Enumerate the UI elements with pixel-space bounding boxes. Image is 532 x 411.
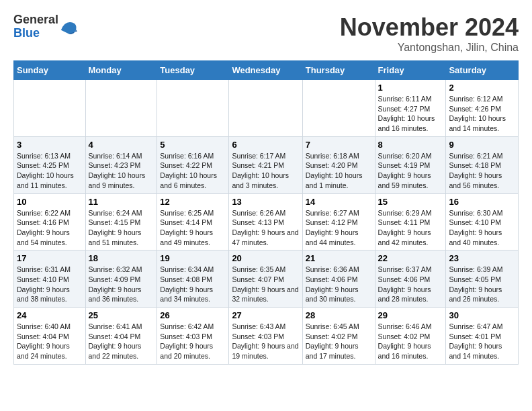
calendar-body: 1Sunrise: 6:11 AM Sunset: 4:27 PM Daylig… <box>14 80 519 365</box>
weekday-header-friday: Friday <box>375 61 446 80</box>
calendar-cell: 13Sunrise: 6:26 AM Sunset: 4:13 PM Dayli… <box>229 193 302 250</box>
calendar-cell: 3Sunrise: 6:13 AM Sunset: 4:25 PM Daylig… <box>14 136 86 193</box>
calendar-cell: 21Sunrise: 6:36 AM Sunset: 4:06 PM Dayli… <box>302 250 375 308</box>
day-number: 28 <box>306 310 372 320</box>
day-info: Sunrise: 6:39 AM Sunset: 4:05 PM Dayligh… <box>449 265 515 304</box>
day-number: 29 <box>378 310 443 320</box>
day-info: Sunrise: 6:13 AM Sunset: 4:25 PM Dayligh… <box>17 151 83 191</box>
day-number: 5 <box>160 140 226 150</box>
calendar-cell <box>85 80 157 137</box>
day-number: 15 <box>378 197 443 207</box>
day-number: 8 <box>378 140 443 150</box>
calendar-cell: 19Sunrise: 6:34 AM Sunset: 4:08 PM Dayli… <box>157 250 229 308</box>
calendar-cell: 11Sunrise: 6:24 AM Sunset: 4:15 PM Dayli… <box>85 193 157 250</box>
calendar-table: SundayMondayTuesdayWednesdayThursdayFrid… <box>13 60 519 365</box>
day-number: 21 <box>306 253 372 263</box>
calendar-week-4: 17Sunrise: 6:31 AM Sunset: 4:10 PM Dayli… <box>14 250 519 308</box>
weekday-header-row: SundayMondayTuesdayWednesdayThursdayFrid… <box>14 61 519 80</box>
day-info: Sunrise: 6:16 AM Sunset: 4:22 PM Dayligh… <box>160 151 226 191</box>
day-info: Sunrise: 6:43 AM Sunset: 4:03 PM Dayligh… <box>232 322 299 361</box>
day-number: 9 <box>449 140 515 150</box>
day-number: 10 <box>17 197 83 207</box>
day-info: Sunrise: 6:26 AM Sunset: 4:13 PM Dayligh… <box>232 208 299 248</box>
calendar-cell: 17Sunrise: 6:31 AM Sunset: 4:10 PM Dayli… <box>14 250 86 308</box>
day-number: 4 <box>89 140 154 150</box>
day-info: Sunrise: 6:27 AM Sunset: 4:12 PM Dayligh… <box>306 208 372 248</box>
day-number: 19 <box>160 253 226 263</box>
calendar-cell: 12Sunrise: 6:25 AM Sunset: 4:14 PM Dayli… <box>157 193 229 250</box>
calendar-cell: 2Sunrise: 6:12 AM Sunset: 4:26 PM Daylig… <box>446 80 519 137</box>
day-info: Sunrise: 6:21 AM Sunset: 4:18 PM Dayligh… <box>449 151 515 191</box>
calendar-cell: 20Sunrise: 6:35 AM Sunset: 4:07 PM Dayli… <box>229 250 302 308</box>
day-number: 13 <box>232 197 299 207</box>
calendar-cell <box>302 80 375 137</box>
day-info: Sunrise: 6:47 AM Sunset: 4:01 PM Dayligh… <box>449 322 515 361</box>
calendar-cell: 14Sunrise: 6:27 AM Sunset: 4:12 PM Dayli… <box>302 193 375 250</box>
calendar-week-5: 24Sunrise: 6:40 AM Sunset: 4:04 PM Dayli… <box>14 308 519 365</box>
calendar-cell: 8Sunrise: 6:20 AM Sunset: 4:19 PM Daylig… <box>375 136 446 193</box>
calendar-cell: 25Sunrise: 6:41 AM Sunset: 4:04 PM Dayli… <box>85 308 157 365</box>
month-title: November 2024 <box>340 13 519 42</box>
calendar-header: SundayMondayTuesdayWednesdayThursdayFrid… <box>14 61 519 80</box>
weekday-header-saturday: Saturday <box>446 61 519 80</box>
calendar-cell: 22Sunrise: 6:37 AM Sunset: 4:06 PM Dayli… <box>375 250 446 308</box>
day-info: Sunrise: 6:29 AM Sunset: 4:11 PM Dayligh… <box>378 208 443 248</box>
day-info: Sunrise: 6:20 AM Sunset: 4:19 PM Dayligh… <box>378 151 443 191</box>
calendar-cell: 28Sunrise: 6:45 AM Sunset: 4:02 PM Dayli… <box>302 308 375 365</box>
day-number: 23 <box>449 253 515 263</box>
calendar-cell: 6Sunrise: 6:17 AM Sunset: 4:21 PM Daylig… <box>229 136 302 193</box>
calendar-cell: 4Sunrise: 6:14 AM Sunset: 4:23 PM Daylig… <box>85 136 157 193</box>
day-number: 1 <box>378 83 443 93</box>
day-info: Sunrise: 6:37 AM Sunset: 4:06 PM Dayligh… <box>378 265 443 304</box>
calendar-cell: 23Sunrise: 6:39 AM Sunset: 4:05 PM Dayli… <box>446 250 519 308</box>
day-number: 27 <box>232 310 299 320</box>
weekday-header-monday: Monday <box>85 61 157 80</box>
calendar-cell: 24Sunrise: 6:40 AM Sunset: 4:04 PM Dayli… <box>14 308 86 365</box>
day-number: 26 <box>160 310 226 320</box>
day-info: Sunrise: 6:14 AM Sunset: 4:23 PM Dayligh… <box>89 151 154 191</box>
day-info: Sunrise: 6:12 AM Sunset: 4:26 PM Dayligh… <box>449 94 515 134</box>
day-info: Sunrise: 6:42 AM Sunset: 4:03 PM Dayligh… <box>160 322 226 361</box>
calendar-cell <box>14 80 86 137</box>
day-info: Sunrise: 6:32 AM Sunset: 4:09 PM Dayligh… <box>89 265 154 304</box>
day-number: 16 <box>449 197 515 207</box>
weekday-header-wednesday: Wednesday <box>229 61 302 80</box>
day-info: Sunrise: 6:35 AM Sunset: 4:07 PM Dayligh… <box>232 265 299 304</box>
day-info: Sunrise: 6:24 AM Sunset: 4:15 PM Dayligh… <box>89 208 154 248</box>
calendar-week-3: 10Sunrise: 6:22 AM Sunset: 4:16 PM Dayli… <box>14 193 519 250</box>
day-info: Sunrise: 6:41 AM Sunset: 4:04 PM Dayligh… <box>89 322 154 361</box>
day-number: 11 <box>89 197 154 207</box>
calendar-cell <box>229 80 302 137</box>
calendar-cell: 15Sunrise: 6:29 AM Sunset: 4:11 PM Dayli… <box>375 193 446 250</box>
day-number: 24 <box>17 310 83 320</box>
day-number: 25 <box>89 310 154 320</box>
day-number: 22 <box>378 253 443 263</box>
day-number: 2 <box>449 83 515 93</box>
day-number: 12 <box>160 197 226 207</box>
calendar-cell: 1Sunrise: 6:11 AM Sunset: 4:27 PM Daylig… <box>375 80 446 137</box>
logo-blue: Blue <box>13 26 40 40</box>
day-info: Sunrise: 6:30 AM Sunset: 4:10 PM Dayligh… <box>449 208 515 248</box>
day-info: Sunrise: 6:45 AM Sunset: 4:02 PM Dayligh… <box>306 322 372 361</box>
day-number: 20 <box>232 253 299 263</box>
day-info: Sunrise: 6:34 AM Sunset: 4:08 PM Dayligh… <box>160 265 226 304</box>
day-number: 3 <box>17 140 83 150</box>
logo: General Blue <box>13 13 79 40</box>
calendar-cell: 10Sunrise: 6:22 AM Sunset: 4:16 PM Dayli… <box>14 193 86 250</box>
day-number: 7 <box>306 140 372 150</box>
calendar-cell: 16Sunrise: 6:30 AM Sunset: 4:10 PM Dayli… <box>446 193 519 250</box>
calendar-cell: 18Sunrise: 6:32 AM Sunset: 4:09 PM Dayli… <box>85 250 157 308</box>
calendar-cell: 29Sunrise: 6:46 AM Sunset: 4:02 PM Dayli… <box>375 308 446 365</box>
day-info: Sunrise: 6:11 AM Sunset: 4:27 PM Dayligh… <box>378 94 443 134</box>
location: Yantongshan, Jilin, China <box>340 42 519 54</box>
weekday-header-sunday: Sunday <box>14 61 86 80</box>
day-info: Sunrise: 6:18 AM Sunset: 4:20 PM Dayligh… <box>306 151 372 191</box>
calendar-cell: 26Sunrise: 6:42 AM Sunset: 4:03 PM Dayli… <box>157 308 229 365</box>
day-info: Sunrise: 6:36 AM Sunset: 4:06 PM Dayligh… <box>306 265 372 304</box>
day-info: Sunrise: 6:17 AM Sunset: 4:21 PM Dayligh… <box>232 151 299 191</box>
day-number: 6 <box>232 140 299 150</box>
page-header: General Blue November 2024 Yantongshan, … <box>13 13 519 54</box>
calendar-cell: 7Sunrise: 6:18 AM Sunset: 4:20 PM Daylig… <box>302 136 375 193</box>
day-info: Sunrise: 6:40 AM Sunset: 4:04 PM Dayligh… <box>17 322 83 361</box>
day-number: 30 <box>449 310 515 320</box>
